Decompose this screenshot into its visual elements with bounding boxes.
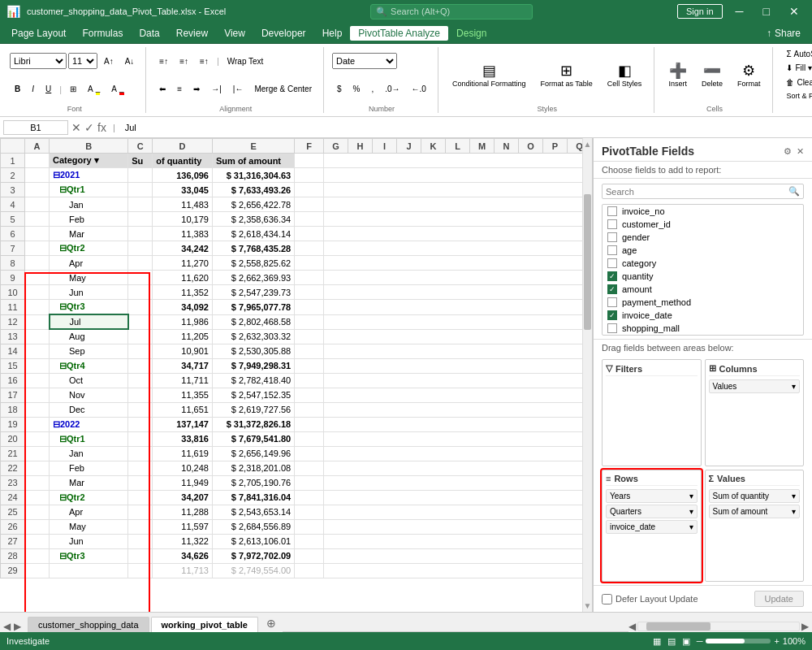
cell-e27[interactable]: $ 2,613,106.01 xyxy=(212,534,294,548)
cell-c21[interactable] xyxy=(128,446,153,461)
cell-e26[interactable]: $ 2,684,556.89 xyxy=(212,519,294,534)
add-sheet-button[interactable]: ⊕ xyxy=(260,614,283,632)
cell-c19[interactable] xyxy=(128,417,153,431)
pivot-checkbox-invoice-date[interactable]: ✓ xyxy=(607,310,617,320)
cell-f1[interactable] xyxy=(295,154,324,168)
cell-d9[interactable]: 11,620 xyxy=(153,271,213,285)
cell-a17[interactable] xyxy=(25,388,50,402)
font-size-selector[interactable]: 11 xyxy=(68,53,97,69)
pivot-field-customer-id[interactable]: customer_id xyxy=(603,218,803,231)
format-cells-button[interactable]: ⚙ Format xyxy=(732,47,767,103)
defer-layout-checkbox[interactable]: Defer Layout Update xyxy=(602,594,698,604)
cell-d4[interactable]: 11,483 xyxy=(153,197,213,212)
cell-b23[interactable]: Mar xyxy=(50,475,128,490)
close-button[interactable]: ✕ xyxy=(783,3,806,20)
cell-d21[interactable]: 11,619 xyxy=(153,446,213,461)
pivot-field-amount[interactable]: ✓ amount xyxy=(603,283,803,296)
menu-data[interactable]: Data xyxy=(131,26,167,41)
cell-c23[interactable] xyxy=(128,475,153,490)
cell-b5[interactable]: Feb xyxy=(50,212,128,227)
cell-d22[interactable]: 10,248 xyxy=(153,461,213,475)
cell-e18[interactable]: $ 2,619,727.56 xyxy=(212,402,294,417)
insert-cells-button[interactable]: ➕ Insert xyxy=(663,47,693,103)
merge-center-button[interactable]: Merge & Center xyxy=(249,82,317,96)
cell-c13[interactable] xyxy=(128,329,153,344)
cell-d3[interactable]: 33,045 xyxy=(153,183,213,197)
cell-e9[interactable]: $ 2,662,369.93 xyxy=(212,271,294,285)
delete-cells-button[interactable]: ➖ Delete xyxy=(696,47,728,103)
cell-f7[interactable] xyxy=(295,241,324,256)
cell-c14[interactable] xyxy=(128,344,153,358)
cell-a6[interactable] xyxy=(25,227,50,241)
sheet-tab-customer-shopping-data[interactable]: customer_shopping_data xyxy=(28,617,149,632)
cell-e29[interactable]: $ 2,749,554.00 xyxy=(212,563,294,578)
pivot-checkbox-gender[interactable] xyxy=(607,232,617,242)
view-break-icon[interactable]: ▣ xyxy=(682,636,690,647)
currency-button[interactable]: $ xyxy=(332,82,347,96)
pivot-checkbox-invoice-no[interactable] xyxy=(607,206,617,216)
cell-e2[interactable]: $ 31,316,304.63 xyxy=(212,168,294,183)
cell-rest-25[interactable] xyxy=(324,505,592,519)
cell-a8[interactable] xyxy=(25,256,50,271)
cell-rest-19[interactable] xyxy=(324,417,592,431)
cell-a2[interactable] xyxy=(25,168,50,183)
cell-d29[interactable]: 11,713 xyxy=(153,563,213,578)
cell-c6[interactable] xyxy=(128,227,153,241)
cell-rest-22[interactable] xyxy=(324,461,592,475)
pivot-checkbox-shopping-mall[interactable] xyxy=(607,323,617,333)
values-sum-amount-dropdown-icon[interactable]: ▾ xyxy=(792,507,796,516)
cell-d1[interactable]: of quantity xyxy=(153,154,213,168)
cell-f10[interactable] xyxy=(295,285,324,300)
cell-b16[interactable]: Oct xyxy=(50,373,128,388)
cell-f28[interactable] xyxy=(295,548,324,563)
cell-d23[interactable]: 11,949 xyxy=(153,475,213,490)
cell-f19[interactable] xyxy=(295,417,324,431)
percent-button[interactable]: % xyxy=(348,82,365,96)
cell-e24[interactable]: $ 7,841,316.04 xyxy=(212,490,294,505)
cell-c20[interactable] xyxy=(128,431,153,446)
cell-b28[interactable]: ⊟Qtr3 xyxy=(50,548,128,563)
number-format-selector[interactable]: Date xyxy=(332,53,397,69)
pivot-area-values-sum-quantity[interactable]: Sum of quantity ▾ xyxy=(709,489,801,503)
cell-f12[interactable] xyxy=(295,314,324,329)
cell-a29[interactable] xyxy=(25,563,50,578)
cell-c12[interactable] xyxy=(128,314,153,329)
pivot-field-category[interactable]: category xyxy=(603,257,803,270)
cell-c11[interactable] xyxy=(128,300,153,315)
formula-input[interactable] xyxy=(122,121,809,134)
cell-b18[interactable]: Dec xyxy=(50,402,128,417)
cell-d28[interactable]: 34,626 xyxy=(153,548,213,563)
rows-years-dropdown-icon[interactable]: ▾ xyxy=(689,492,693,500)
menu-formulas[interactable]: Formulas xyxy=(74,26,131,41)
cell-b9[interactable]: May xyxy=(50,271,128,285)
cell-a12[interactable] xyxy=(25,314,50,329)
cell-f8[interactable] xyxy=(295,256,324,271)
cell-a10[interactable] xyxy=(25,285,50,300)
pivot-settings-icon[interactable]: ⚙ xyxy=(784,146,792,157)
bold-button[interactable]: B xyxy=(10,82,25,96)
cell-rest-3[interactable] xyxy=(324,183,592,197)
cell-f21[interactable] xyxy=(295,446,324,461)
scroll-right-icon[interactable]: ▶ xyxy=(801,621,809,632)
cell-b14[interactable]: Sep xyxy=(50,344,128,358)
autosum-button[interactable]: Σ AutoSum ▾ xyxy=(781,47,812,61)
sheet-left-arrow[interactable]: ◀ xyxy=(3,621,11,632)
cell-d18[interactable]: 11,651 xyxy=(153,402,213,417)
rows-invoice-date-dropdown-icon[interactable]: ▾ xyxy=(689,522,693,531)
pivot-area-rows-years[interactable]: Years ▾ xyxy=(606,489,698,503)
pivot-checkbox-customer-id[interactable] xyxy=(607,219,617,229)
cell-f5[interactable] xyxy=(295,212,324,227)
pivot-field-payment-method[interactable]: payment_method xyxy=(603,296,803,309)
cell-d20[interactable]: 33,816 xyxy=(153,431,213,446)
cell-d11[interactable]: 34,092 xyxy=(153,300,213,315)
cell-a28[interactable] xyxy=(25,548,50,563)
cell-c16[interactable] xyxy=(128,373,153,388)
cell-e22[interactable]: $ 2,318,201.08 xyxy=(212,461,294,475)
cell-rest-8[interactable] xyxy=(324,256,592,271)
cell-b15[interactable]: ⊟Qtr4 xyxy=(50,358,128,373)
cell-b1[interactable]: Category ▾ xyxy=(50,154,128,168)
cell-c7[interactable] xyxy=(128,241,153,256)
cell-a14[interactable] xyxy=(25,344,50,358)
cell-rest-4[interactable] xyxy=(324,197,592,212)
cell-rest-27[interactable] xyxy=(324,534,592,548)
